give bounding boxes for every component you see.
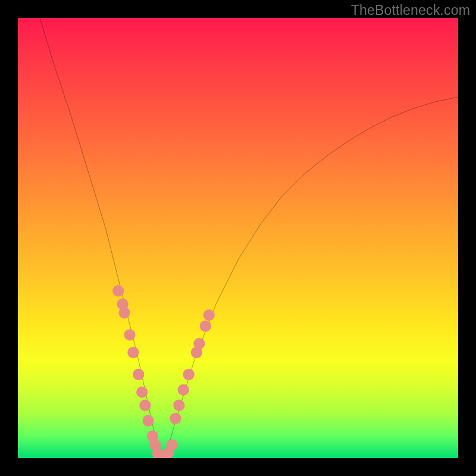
marker-dot [203,309,215,321]
marker-dot [136,386,148,397]
marker-dot [127,347,139,358]
marker-dot [178,384,189,396]
marker-dot [118,307,130,318]
marker-dot [133,369,144,380]
marker-dot [166,439,177,450]
bottleneck-curve [40,18,458,456]
marker-dot [112,285,124,296]
dots-left [112,285,161,450]
marker-dot [139,400,151,411]
plot-area [18,18,458,458]
marker-dot [183,369,195,380]
marker-dot [124,329,135,340]
marker-dot [200,320,211,331]
marker-dot [173,400,184,411]
marker-dot [193,338,205,349]
watermark-text: TheBottleneck.com [351,2,470,18]
marker-dot [170,413,181,424]
chart-svg [18,18,458,458]
outer-frame: TheBottleneck.com [0,0,476,476]
marker-dot [142,415,154,426]
